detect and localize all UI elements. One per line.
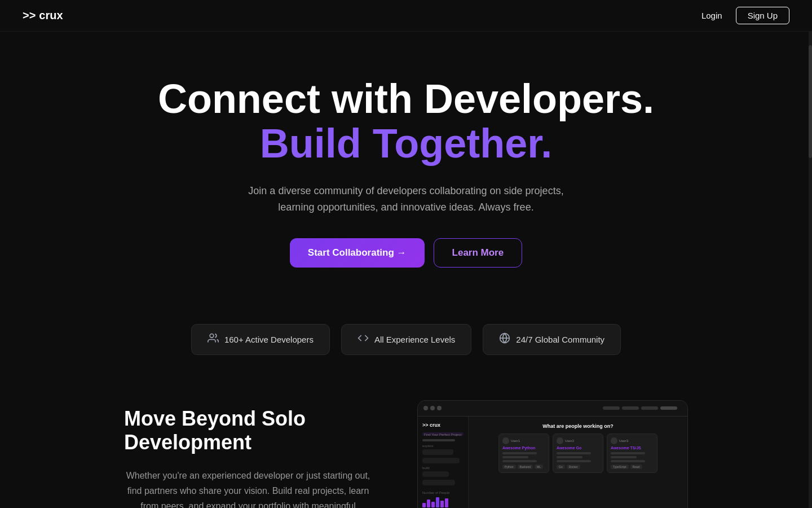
globe-icon — [499, 332, 510, 347]
signup-button[interactable]: Sign Up — [736, 7, 789, 24]
feature-title: Move Beyond Solo Development — [124, 407, 372, 454]
start-collaborating-button[interactable]: Start Collaborating → — [290, 238, 425, 268]
code-icon — [358, 332, 369, 347]
mockup-cards-container: User1 Awesome Python Python Backend ML — [475, 433, 681, 473]
logo-chevrons-icon: >> — [23, 9, 36, 22]
hero-headline: Connect with Developers. Build Together. — [158, 77, 654, 166]
stats-row: 160+ Active Developers All Experience Le… — [0, 324, 812, 355]
hero-headline-line1: Connect with Developers. — [158, 76, 654, 121]
hero-cta-group: Start Collaborating → Learn More — [290, 238, 522, 268]
stat-experience-levels: All Experience Levels — [341, 324, 471, 355]
app-mockup: >> crux Find Your Perfect Project explor… — [417, 400, 688, 508]
feature-section: Move Beyond Solo Development Whether you… — [0, 389, 812, 508]
hero-section: Connect with Developers. Build Together.… — [0, 32, 812, 301]
mockup-card-python: User1 Awesome Python Python Backend ML — [498, 433, 549, 473]
stat-global-community: 24/7 Global Community — [483, 324, 621, 355]
logo[interactable]: >> crux — [23, 9, 63, 22]
mockup-card-go: User2 Awesome Go Go Docker — [553, 433, 603, 473]
people-icon — [208, 332, 219, 347]
navbar: >> crux Login Sign Up — [0, 0, 812, 32]
logo-wordmark: crux — [39, 9, 63, 22]
login-button[interactable]: Login — [701, 11, 722, 20]
svg-point-0 — [210, 334, 214, 338]
mockup-section-title: What are people working on? — [475, 423, 681, 429]
feature-description: Whether you're an experienced developer … — [124, 468, 372, 508]
mockup-main-content: What are people working on? User1 Awesom… — [469, 417, 687, 508]
nav-actions: Login Sign Up — [701, 7, 789, 24]
stat-global-label: 24/7 Global Community — [516, 335, 604, 344]
stat-experience-label: All Experience Levels — [374, 335, 455, 344]
mockup-sidebar: >> crux Find Your Perfect Project explor… — [418, 417, 469, 508]
learn-more-button[interactable]: Learn More — [434, 238, 523, 268]
stat-active-developers-label: 160+ Active Developers — [224, 335, 314, 344]
scrollbar[interactable] — [809, 0, 812, 508]
mockup-titlebar — [418, 401, 687, 417]
hero-headline-line2: Build Together. — [260, 121, 553, 166]
feature-text-block: Move Beyond Solo Development Whether you… — [124, 407, 372, 508]
hero-subtitle: Join a diverse community of developers c… — [231, 183, 581, 216]
mockup-card-ts: User3 Awesome TS/JS TypeScript React — [607, 433, 657, 473]
stat-active-developers: 160+ Active Developers — [191, 324, 330, 355]
